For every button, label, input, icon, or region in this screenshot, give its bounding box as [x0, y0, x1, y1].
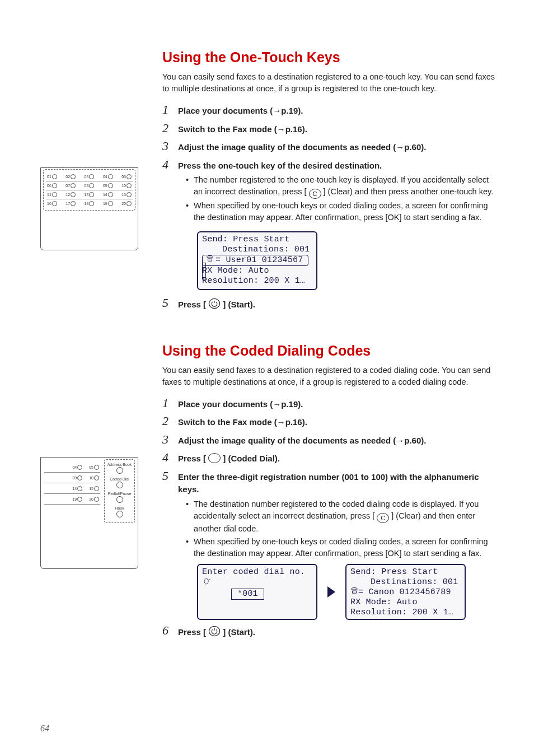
s1-step4-bullet2: When specified by one-touch keys or code…: [186, 200, 498, 223]
s1-step3: Adjust the image quality of the document…: [178, 142, 426, 152]
lcd-egg-icon: [202, 577, 312, 585]
s1-step1: Place your documents (→p.19).: [178, 106, 303, 115]
lcd-screen-left: Enter coded dial no. *001: [197, 564, 317, 620]
arrow-right-icon: [327, 586, 335, 598]
svg-point-2: [209, 626, 220, 636]
coded-dial-label: Coded Dial: [105, 477, 134, 481]
hook-label: Hook: [105, 506, 134, 510]
clear-icon: C: [309, 189, 321, 199]
s2-step5: Enter the three-digit registration numbe…: [178, 472, 479, 494]
lcd-row: RX Mode: Auto: [350, 598, 461, 608]
lcd-row: Send: Press Start: [202, 235, 312, 245]
svg-point-1: [204, 578, 208, 584]
s1-step4: Press the one-touch key of the desired d…: [178, 161, 382, 170]
coded-dial-icon: [208, 453, 221, 463]
s1-step2: Switch to the Fax mode (→p.16).: [178, 124, 307, 134]
section1-intro: You can easily send faxes to a destinati…: [162, 71, 498, 95]
function-keys-figure: 0405 0910 1415 1920 Address Book Coded D…: [40, 457, 138, 569]
address-book-key-icon: [116, 467, 123, 474]
lcd-row: Destinations: 001: [350, 577, 461, 587]
s1-step5: Press [ ] (Start).: [178, 300, 255, 309]
lcd-row-highlight: = Canon 0123456789: [350, 587, 461, 598]
s2-step6: Press [ ] (Start).: [178, 627, 255, 637]
lcd-row: RX Mode: Auto: [202, 266, 312, 276]
s2-step1: Place your documents (→p.19).: [178, 399, 303, 409]
handset-icon: [350, 587, 358, 597]
lcd-row: Enter coded dial no.: [202, 567, 312, 577]
section-title-one-touch: Using the One-Touch Keys: [162, 49, 498, 66]
clear-icon: C: [377, 513, 389, 523]
redial-pause-key-icon: [116, 496, 123, 503]
lcd-screen-right: Send: Press Start Destinations: 001 = Ca…: [345, 564, 466, 620]
lcd-row-highlight: = User01 01234567: [202, 255, 312, 266]
lcd-row: Resolution: 200 X 1…: [202, 276, 312, 286]
section-title-coded-dial: Using the Coded Dialing Codes: [162, 343, 498, 359]
handset-icon: [206, 255, 214, 265]
coded-dial-key-icon: [116, 482, 123, 488]
redial-pause-label: Redial/Pause: [105, 492, 134, 496]
s2-step3: Adjust the image quality of the document…: [178, 436, 426, 445]
s1-step4-bullet1: The number registered to the one-touch k…: [186, 174, 498, 199]
section2-steps: Place your documents (→p.19). Switch to …: [162, 398, 498, 639]
section1-steps: Place your documents (→p.19). Switch to …: [162, 105, 498, 311]
s2-step2: Switch to the Fax mode (→p.16).: [178, 417, 307, 427]
lcd-entry-box: *001: [231, 589, 264, 600]
s2-step5-bullet1: The destination number registered to the…: [186, 498, 498, 535]
start-icon: [208, 627, 221, 637]
s2-step4: Press [ ] (Coded Dial).: [178, 454, 280, 463]
one-touch-keypad-figure: 0102030405 0607080910 1112131415 1617181…: [40, 167, 138, 250]
page-number: 64: [40, 724, 49, 734]
hook-key-icon: [116, 511, 123, 517]
address-book-label: Address Book: [105, 463, 134, 466]
s2-step5-bullet2: When specified by one-touch keys or code…: [186, 536, 498, 559]
lcd-row: Send: Press Start: [350, 567, 461, 577]
section2-intro: You can easily send faxes to a destinati…: [162, 365, 498, 388]
lcd-row: Destinations: 001: [202, 245, 312, 255]
svg-point-0: [209, 298, 220, 308]
lcd-row: Resolution: 200 X 1…: [350, 608, 461, 618]
start-icon: [208, 300, 221, 309]
lcd-screen: Send: Press Start Destinations: 001 = Us…: [197, 231, 317, 290]
